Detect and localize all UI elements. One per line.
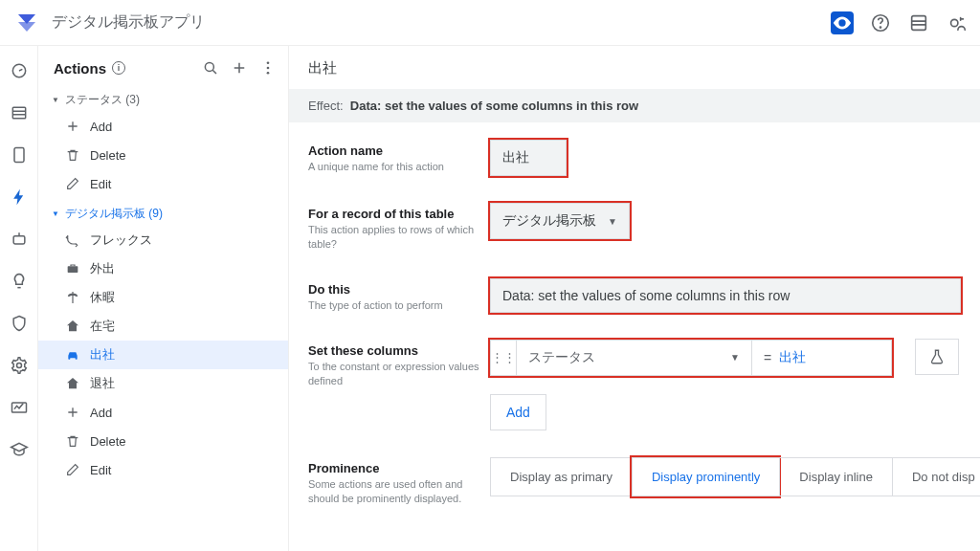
help-icon[interactable] — [869, 11, 892, 34]
svg-point-3 — [951, 19, 958, 26]
prominence-inline[interactable]: Display inline — [779, 457, 892, 496]
rail-actions-icon[interactable] — [10, 187, 29, 207]
drag-handle-icon[interactable]: ⋮⋮ — [490, 340, 517, 376]
tree-item-add2[interactable]: Add — [38, 398, 288, 427]
share-icon[interactable] — [946, 11, 969, 34]
actions-sidebar: Actions i ▼ステータス (3) Add Delete Edit ▼デジ… — [38, 46, 289, 551]
action-name-input[interactable]: 出社 — [490, 140, 567, 176]
sidebar-title: Actions i — [54, 60, 125, 77]
grid-icon[interactable] — [907, 11, 930, 34]
svg-point-10 — [205, 62, 213, 71]
tree-item-home[interactable]: 在宅 — [38, 312, 288, 341]
table-label: For a record of this table — [308, 207, 490, 221]
effect-bar: Effect: Data: set the values of some col… — [289, 89, 980, 122]
app-title: デジタル掲示板アプリ — [52, 12, 205, 33]
tree-item-delete2[interactable]: Delete — [38, 427, 288, 455]
table-select[interactable]: デジタル掲示板▼ — [490, 203, 630, 239]
rail-intelligence-icon[interactable] — [10, 272, 29, 291]
set-columns-row: ⋮⋮ ステータス▼ = 出社 — [490, 340, 892, 376]
svg-point-8 — [16, 364, 21, 368]
prominence-prominently[interactable]: Display prominently — [632, 457, 779, 496]
add-icon[interactable] — [231, 59, 248, 77]
rail-security-icon[interactable] — [10, 314, 29, 333]
page-title: 出社 — [289, 46, 980, 89]
svg-rect-5 — [12, 107, 25, 119]
rail-settings-icon[interactable] — [10, 356, 29, 375]
rail-dashboard-icon[interactable] — [10, 61, 29, 80]
main-panel: 出社 Effect: Data: set the values of some … — [289, 46, 980, 551]
do-this-label: Do this — [308, 282, 490, 297]
set-columns-label: Set these columns — [308, 343, 490, 358]
add-column-button[interactable]: Add — [490, 394, 546, 430]
tree-item-edit2[interactable]: Edit — [38, 455, 288, 484]
topbar: デジタル掲示板アプリ — [0, 0, 980, 46]
view-icon[interactable] — [831, 11, 854, 34]
info-icon[interactable]: i — [112, 61, 125, 75]
svg-rect-6 — [14, 148, 24, 163]
prominence-primary[interactable]: Display as primary — [490, 457, 632, 496]
svg-point-13 — [267, 72, 270, 75]
expression-button[interactable] — [915, 339, 959, 375]
svg-rect-2 — [912, 15, 926, 30]
tree-item-edit[interactable]: Edit — [38, 169, 288, 198]
svg-point-11 — [267, 61, 270, 64]
search-icon[interactable] — [202, 59, 219, 77]
tree-item-add[interactable]: Add — [38, 112, 288, 141]
tree-item-out[interactable]: 外出 — [38, 254, 288, 283]
svg-point-12 — [267, 67, 270, 70]
rail-bots-icon[interactable] — [10, 230, 29, 249]
svg-rect-7 — [13, 236, 25, 244]
do-this-select[interactable]: Data: set the values of some columns in … — [490, 278, 961, 313]
tree-item-delete[interactable]: Delete — [38, 141, 288, 169]
tree-item-vacation[interactable]: 休暇 — [38, 283, 288, 312]
tree-item-flex[interactable]: フレックス — [38, 226, 288, 254]
tree-item-office[interactable]: 出社 — [38, 341, 288, 369]
column-name-select[interactable]: ステータス▼ — [517, 340, 752, 376]
action-name-label: Action name — [308, 143, 490, 158]
prominence-hide[interactable]: Do not disp — [892, 457, 980, 496]
more-icon[interactable] — [259, 59, 277, 77]
rail-education-icon[interactable] — [10, 440, 29, 459]
group-board[interactable]: ▼デジタル掲示板 (9) — [38, 198, 288, 226]
svg-rect-14 — [68, 266, 78, 273]
svg-point-1 — [880, 27, 880, 28]
tree-item-leave[interactable]: 退社 — [38, 369, 288, 398]
rail-views-icon[interactable] — [10, 145, 29, 165]
group-status[interactable]: ▼ステータス (3) — [38, 84, 288, 112]
column-value-input[interactable]: = 出社 — [752, 340, 892, 376]
prominence-label: Prominence — [308, 461, 490, 475]
appsheet-logo — [15, 11, 38, 34]
nav-rail — [0, 46, 38, 551]
rail-monitor-icon[interactable] — [10, 398, 29, 417]
rail-data-icon[interactable] — [10, 103, 29, 122]
